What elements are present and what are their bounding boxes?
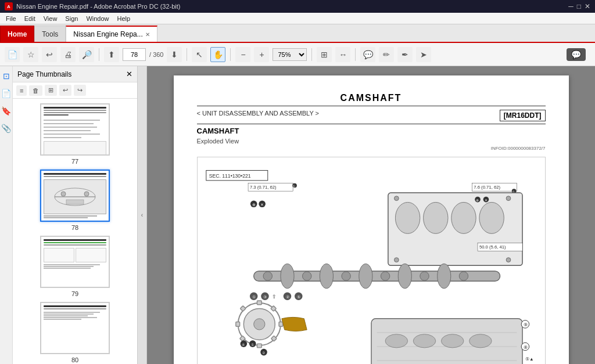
ref-number: INFOID:0000000083372/7	[197, 146, 546, 151]
svg-point-22	[451, 202, 475, 233]
zoom-text-button[interactable]: 🔎	[79, 47, 94, 62]
thumb-diagram-77	[44, 141, 106, 156]
sidebar-options-button[interactable]: ≡	[16, 85, 27, 96]
prev-page-button[interactable]: ⬆	[104, 47, 119, 62]
svg-point-45	[459, 272, 468, 280]
attachments-panel-icon[interactable]: 📎	[0, 122, 13, 135]
thumbnail-frame-80[interactable]	[40, 302, 110, 354]
svg-text:✕: ✕	[260, 203, 264, 207]
navigation-panel-icon[interactable]: ⊡	[1, 70, 12, 82]
svg-point-21	[423, 202, 447, 233]
sidebar-redo-button[interactable]: ↪	[74, 85, 86, 96]
thumb-line	[44, 305, 106, 307]
tab-tools[interactable]: Tools	[34, 26, 66, 42]
svg-text:④: ④	[242, 343, 245, 347]
svg-point-26	[394, 258, 399, 262]
sidebar-delete-button[interactable]: 🗑	[29, 85, 42, 96]
menu-item-help[interactable]: Help	[114, 15, 134, 23]
hand-tool-button[interactable]: ✋	[210, 47, 225, 62]
comment-button[interactable]: 💬	[360, 47, 375, 62]
thumbnail-78[interactable]: 78	[40, 170, 110, 231]
thumb-diagram-svg-78	[49, 182, 101, 211]
thumb-line	[44, 239, 106, 241]
thumb-line	[44, 215, 97, 217]
menu-item-file[interactable]: File	[2, 15, 20, 23]
model-code-label: [MR16DDT]	[500, 110, 546, 121]
tab-bar: Home Tools Nissan Engine Repa... ✕	[0, 24, 595, 43]
sidebar-insert-button[interactable]: ⊞	[45, 85, 57, 96]
bookmark-button[interactable]: ☆	[23, 47, 38, 62]
thumb-line	[44, 120, 100, 121]
print-button[interactable]: 🖨	[60, 47, 76, 62]
close-button[interactable]: ✕	[585, 2, 590, 10]
share-button[interactable]: ➤	[416, 47, 431, 62]
svg-rect-65	[271, 336, 277, 341]
section-nav-label: < UNIT DISASSEMBLY AND ASSEMBLY >	[197, 110, 320, 121]
thumb-line	[44, 319, 81, 320]
menu-item-view[interactable]: View	[40, 15, 61, 23]
svg-text:⑨: ⑨	[524, 322, 528, 327]
svg-point-39	[437, 264, 450, 288]
svg-point-40	[263, 272, 272, 280]
main-area: ⊡ 📄 🔖 📎 Page Thumbnails ✕ ≡ 🗑 ⊞ ↩ ↪	[0, 66, 595, 364]
svg-text:✕: ✕	[484, 199, 487, 202]
thumbnail-79[interactable]: 79	[40, 236, 110, 297]
svg-rect-60	[235, 322, 239, 327]
svg-text:⑤▲: ⑤▲	[525, 356, 533, 362]
thumbnail-frame-77[interactable]	[40, 103, 110, 156]
thumb-line	[44, 112, 106, 113]
thumbnail-77[interactable]: 77	[40, 103, 110, 165]
back-button[interactable]: ↩	[42, 47, 57, 62]
sidebar-undo-button[interactable]: ↩	[59, 85, 71, 96]
next-page-button[interactable]: ⬇	[167, 47, 182, 62]
thumb-line	[44, 123, 94, 124]
svg-point-2	[61, 192, 66, 196]
zoom-select[interactable]: 50% 75% 100% 125% 150%	[273, 48, 307, 61]
diagram-container: SEC. 111•130•221 7.3 (0.71, 62) ① 7.6 (0…	[197, 157, 546, 364]
thumb-text-80	[44, 312, 106, 320]
svg-point-20	[395, 202, 420, 233]
menu-item-edit[interactable]: Edit	[21, 15, 39, 23]
zoom-in-button[interactable]: +	[254, 47, 269, 62]
window-controls[interactable]: ─ □ ✕	[568, 2, 590, 10]
thumb-line	[44, 268, 91, 269]
fit-width-button[interactable]: ↔	[335, 47, 350, 62]
sidebar-collapse-handle[interactable]: ‹	[138, 66, 147, 364]
thumb-line	[44, 317, 97, 318]
zoom-out-button[interactable]: −	[235, 47, 250, 62]
menu-item-window[interactable]: Window	[83, 15, 112, 23]
sign-button[interactable]: ✒	[397, 47, 413, 62]
page-main-title: CAMSHAFT	[197, 93, 546, 103]
left-panel-icons: ⊡ 📄 🔖 📎	[0, 66, 13, 364]
pdf-content-area[interactable]: CAMSHAFT < UNIT DISASSEMBLY AND ASSEMBLY…	[147, 66, 595, 364]
page-number-input[interactable]	[123, 48, 146, 61]
svg-point-44	[420, 272, 428, 280]
thumb-line	[44, 107, 106, 109]
pages-panel-icon[interactable]: 📄	[0, 87, 13, 100]
fit-page-button[interactable]: ⊞	[317, 47, 332, 62]
chat-button[interactable]: 💬	[567, 48, 586, 61]
svg-text:①: ①	[250, 343, 253, 347]
tab-home[interactable]: Home	[0, 26, 34, 42]
tab-document[interactable]: Nissan Engine Repa... ✕	[66, 26, 157, 42]
svg-text:①: ①	[252, 295, 255, 299]
thumb-line	[44, 266, 94, 267]
sidebar-close-button[interactable]: ✕	[126, 70, 132, 78]
thumbnail-80[interactable]: 80	[40, 302, 110, 363]
thumbnail-frame-78[interactable]	[40, 170, 110, 222]
svg-point-78	[413, 334, 436, 348]
svg-rect-4	[66, 200, 84, 204]
maximize-button[interactable]: □	[577, 2, 581, 10]
menu-item-sign[interactable]: Sign	[62, 15, 81, 23]
window-title: Nissan Engine Repair.pdf - Adobe Acrobat…	[16, 3, 180, 10]
bookmarks-panel-icon[interactable]: 🔖	[0, 104, 13, 117]
select-tool-button[interactable]: ↖	[192, 47, 207, 62]
svg-rect-59	[257, 344, 261, 348]
thumb-line	[44, 315, 88, 316]
create-pdf-button[interactable]: 📄	[5, 47, 20, 62]
highlight-button[interactable]: ✏	[379, 47, 394, 62]
tab-close-button[interactable]: ✕	[145, 31, 150, 38]
minimize-button[interactable]: ─	[568, 2, 574, 10]
tab-tools-label: Tools	[42, 30, 58, 38]
thumbnail-frame-79[interactable]	[40, 236, 110, 288]
